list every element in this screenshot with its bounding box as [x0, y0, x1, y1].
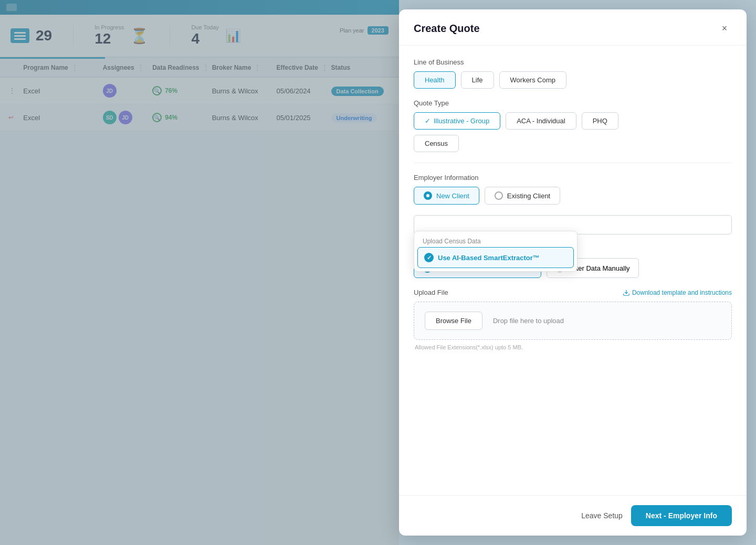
download-icon	[623, 289, 630, 296]
create-quote-modal: Create Quote × Line of Business Health L…	[399, 9, 747, 536]
quote-type-row2: Census	[414, 135, 732, 152]
new-client-label: New Client	[436, 192, 469, 200]
line-of-business-group: Health Life Workers Comp	[414, 71, 732, 89]
dropdown-label: Upload Census Data	[417, 234, 574, 247]
close-button[interactable]: ×	[717, 21, 732, 36]
line-of-business-label: Line of Business	[414, 58, 732, 66]
lob-life-button[interactable]: Life	[461, 71, 494, 89]
download-link-text: Download template and instructions	[632, 289, 732, 296]
modal-overlay	[0, 0, 399, 545]
upload-file-header: Upload File Download template and instru…	[414, 288, 732, 296]
lob-health-button[interactable]: Health	[414, 71, 456, 89]
qt-census-button[interactable]: Census	[414, 135, 459, 152]
qt-phq-button[interactable]: PHQ	[582, 112, 618, 130]
employer-existing-client-button[interactable]: Existing Client	[485, 187, 560, 205]
upload-file-section: Upload File Download template and instru…	[414, 288, 732, 350]
qt-aca-button[interactable]: ACA - Individual	[506, 112, 576, 130]
quote-type-group: ✓ Illustrative - Group ACA - Individual …	[414, 112, 732, 130]
upload-file-label: Upload File	[414, 288, 448, 296]
modal-title: Create Quote	[414, 23, 480, 35]
upload-census-dropdown[interactable]: Upload Census Data ✓ Use AI-Based SmartE…	[414, 231, 578, 272]
radio-inner	[426, 194, 429, 197]
modal-header: Create Quote ×	[399, 9, 747, 46]
quote-type-label: Quote Type	[414, 99, 732, 107]
employer-info-label: Employer Information	[414, 174, 732, 181]
next-employer-info-button[interactable]: Next - Employer Info	[631, 505, 732, 526]
check-mark-icon: ✓	[425, 117, 430, 125]
upload-drop-area[interactable]: Browse File Drop file here to upload	[414, 302, 732, 340]
download-template-link[interactable]: Download template and instructions	[623, 289, 732, 296]
dropdown-check-icon: ✓	[424, 253, 434, 262]
qt-illustrative-label: Illustrative - Group	[434, 117, 489, 125]
existing-client-label: Existing Client	[507, 192, 550, 200]
modal-footer: Leave Setup Next - Employer Info	[399, 495, 747, 536]
employer-info-group: New Client Existing Client	[414, 187, 732, 205]
employer-new-client-button[interactable]: New Client	[414, 187, 479, 205]
browse-file-button[interactable]: Browse File	[425, 312, 482, 330]
dropdown-option-smartextractor[interactable]: ✓ Use AI-Based SmartExtractor™	[417, 247, 574, 268]
drop-text: Drop file here to upload	[493, 317, 564, 325]
radio-filled-icon	[424, 191, 432, 200]
leave-setup-button[interactable]: Leave Setup	[581, 511, 623, 520]
allowed-extensions-text: Allowed File Extensions(*.xlsx) upto 5 M…	[414, 344, 732, 350]
section-divider	[414, 163, 732, 163]
qt-illustrative-button[interactable]: ✓ Illustrative - Group	[414, 112, 500, 130]
dropdown-option-label: Use AI-Based SmartExtractor™	[438, 254, 540, 262]
radio-empty-icon	[495, 191, 503, 200]
lob-workers-comp-button[interactable]: Workers Comp	[499, 71, 566, 89]
